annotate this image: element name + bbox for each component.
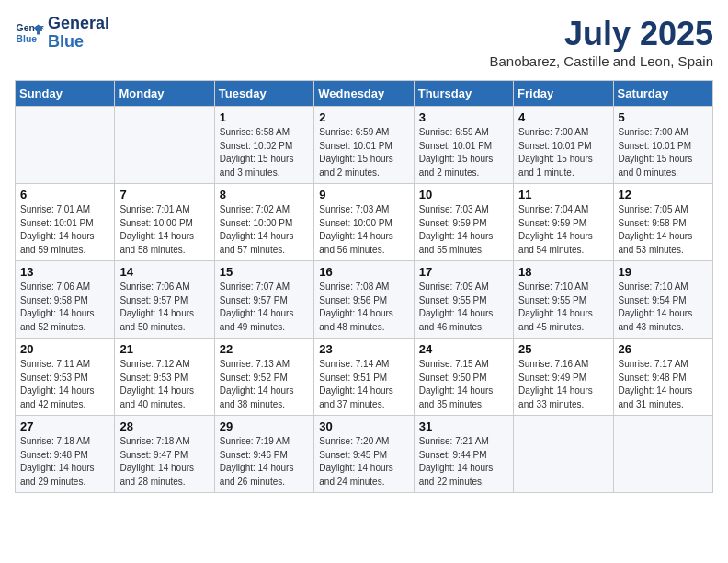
day-number: 17 xyxy=(419,265,508,279)
day-detail: Sunrise: 7:18 AMSunset: 9:48 PMDaylight:… xyxy=(20,435,109,488)
day-number: 11 xyxy=(518,188,608,201)
calendar-cell: 21Sunrise: 7:12 AMSunset: 9:53 PMDayligh… xyxy=(115,339,214,416)
day-number: 21 xyxy=(119,342,209,356)
day-detail: Sunrise: 7:18 AMSunset: 9:47 PMDaylight:… xyxy=(119,435,209,488)
day-number: 19 xyxy=(619,265,708,279)
day-detail: Sunrise: 7:20 AMSunset: 9:45 PMDaylight:… xyxy=(319,435,408,488)
day-number: 15 xyxy=(220,265,309,279)
week-row-1: 1Sunrise: 6:58 AMSunset: 10:02 PMDayligh… xyxy=(16,107,713,184)
day-header-tuesday: Tuesday xyxy=(214,81,313,107)
calendar-cell: 27Sunrise: 7:18 AMSunset: 9:48 PMDayligh… xyxy=(16,416,115,493)
day-number: 18 xyxy=(518,265,608,279)
calendar-cell: 26Sunrise: 7:17 AMSunset: 9:48 PMDayligh… xyxy=(613,339,712,416)
day-number: 25 xyxy=(518,342,608,356)
day-number: 4 xyxy=(518,110,608,124)
day-number: 9 xyxy=(319,188,408,201)
day-detail: Sunrise: 7:03 AMSunset: 10:00 PMDaylight… xyxy=(319,203,408,257)
calendar-cell: 31Sunrise: 7:21 AMSunset: 9:44 PMDayligh… xyxy=(414,416,513,493)
calendar-cell: 10Sunrise: 7:03 AMSunset: 9:59 PMDayligh… xyxy=(414,184,513,261)
calendar-cell: 11Sunrise: 7:04 AMSunset: 9:59 PMDayligh… xyxy=(514,184,613,261)
calendar-cell: 22Sunrise: 7:13 AMSunset: 9:52 PMDayligh… xyxy=(214,339,313,416)
day-number: 1 xyxy=(220,110,309,124)
week-row-4: 20Sunrise: 7:11 AMSunset: 9:53 PMDayligh… xyxy=(16,339,713,416)
day-detail: Sunrise: 7:19 AMSunset: 9:46 PMDaylight:… xyxy=(220,435,309,488)
day-detail: Sunrise: 7:09 AMSunset: 9:55 PMDaylight:… xyxy=(419,281,508,334)
week-row-2: 6Sunrise: 7:01 AMSunset: 10:01 PMDayligh… xyxy=(16,184,713,261)
calendar-cell: 1Sunrise: 6:58 AMSunset: 10:02 PMDayligh… xyxy=(214,107,313,184)
day-number: 26 xyxy=(619,342,708,356)
logo-text-line2: Blue xyxy=(48,33,109,52)
day-number: 27 xyxy=(20,419,109,433)
calendar-cell: 5Sunrise: 7:00 AMSunset: 10:01 PMDayligh… xyxy=(613,107,712,184)
calendar-cell: 6Sunrise: 7:01 AMSunset: 10:01 PMDayligh… xyxy=(16,184,115,261)
calendar-cell: 28Sunrise: 7:18 AMSunset: 9:47 PMDayligh… xyxy=(115,416,214,493)
day-number: 16 xyxy=(319,265,408,279)
day-detail: Sunrise: 7:05 AMSunset: 9:58 PMDaylight:… xyxy=(619,203,708,257)
calendar-cell: 8Sunrise: 7:02 AMSunset: 10:00 PMDayligh… xyxy=(214,184,313,261)
day-number: 30 xyxy=(319,419,408,433)
calendar-cell: 30Sunrise: 7:20 AMSunset: 9:45 PMDayligh… xyxy=(314,416,414,493)
day-detail: Sunrise: 7:16 AMSunset: 9:49 PMDaylight:… xyxy=(518,358,608,411)
calendar-cell: 19Sunrise: 7:10 AMSunset: 9:54 PMDayligh… xyxy=(613,261,712,339)
calendar-cell: 18Sunrise: 7:10 AMSunset: 9:55 PMDayligh… xyxy=(514,261,613,339)
day-header-saturday: Saturday xyxy=(613,81,712,107)
day-number: 2 xyxy=(319,110,408,124)
calendar-cell: 4Sunrise: 7:00 AMSunset: 10:01 PMDayligh… xyxy=(514,107,613,184)
page-header: General Blue General Blue July 2025 Bano… xyxy=(15,15,713,69)
calendar-cell xyxy=(514,416,613,493)
day-detail: Sunrise: 7:17 AMSunset: 9:48 PMDaylight:… xyxy=(619,358,708,411)
day-detail: Sunrise: 7:12 AMSunset: 9:53 PMDaylight:… xyxy=(119,358,209,411)
week-row-5: 27Sunrise: 7:18 AMSunset: 9:48 PMDayligh… xyxy=(16,416,713,493)
day-detail: Sunrise: 7:10 AMSunset: 9:54 PMDaylight:… xyxy=(619,281,708,334)
calendar-cell: 17Sunrise: 7:09 AMSunset: 9:55 PMDayligh… xyxy=(414,261,513,339)
day-detail: Sunrise: 7:06 AMSunset: 9:57 PMDaylight:… xyxy=(119,281,209,334)
calendar-cell: 16Sunrise: 7:08 AMSunset: 9:56 PMDayligh… xyxy=(314,261,414,339)
day-number: 28 xyxy=(119,419,209,433)
day-detail: Sunrise: 7:15 AMSunset: 9:50 PMDaylight:… xyxy=(419,358,508,411)
day-number: 10 xyxy=(419,188,508,201)
logo: General Blue General Blue xyxy=(15,15,109,52)
day-number: 31 xyxy=(419,419,508,433)
calendar-table: SundayMondayTuesdayWednesdayThursdayFrid… xyxy=(15,80,713,493)
calendar-cell xyxy=(115,107,214,184)
location-title: Banobarez, Castille and Leon, Spain xyxy=(489,53,713,69)
logo-text-line1: General xyxy=(48,15,109,33)
day-detail: Sunrise: 6:59 AMSunset: 10:01 PMDaylight… xyxy=(319,126,408,179)
day-number: 23 xyxy=(319,342,408,356)
day-number: 20 xyxy=(20,342,109,356)
day-number: 7 xyxy=(119,188,209,201)
day-number: 3 xyxy=(419,110,508,124)
calendar-cell: 13Sunrise: 7:06 AMSunset: 9:58 PMDayligh… xyxy=(16,261,115,339)
day-number: 14 xyxy=(119,265,209,279)
day-detail: Sunrise: 7:00 AMSunset: 10:01 PMDaylight… xyxy=(619,126,708,179)
day-header-monday: Monday xyxy=(115,81,214,107)
day-detail: Sunrise: 7:14 AMSunset: 9:51 PMDaylight:… xyxy=(319,358,408,411)
day-detail: Sunrise: 7:07 AMSunset: 9:57 PMDaylight:… xyxy=(220,281,309,334)
calendar-cell: 23Sunrise: 7:14 AMSunset: 9:51 PMDayligh… xyxy=(314,339,414,416)
calendar-cell: 2Sunrise: 6:59 AMSunset: 10:01 PMDayligh… xyxy=(314,107,414,184)
calendar-cell: 29Sunrise: 7:19 AMSunset: 9:46 PMDayligh… xyxy=(214,416,313,493)
calendar-cell: 12Sunrise: 7:05 AMSunset: 9:58 PMDayligh… xyxy=(613,184,712,261)
logo-icon: General Blue xyxy=(15,18,44,48)
day-number: 6 xyxy=(20,188,109,201)
calendar-cell: 14Sunrise: 7:06 AMSunset: 9:57 PMDayligh… xyxy=(115,261,214,339)
title-block: July 2025 Banobarez, Castille and Leon, … xyxy=(489,15,713,69)
calendar-cell: 24Sunrise: 7:15 AMSunset: 9:50 PMDayligh… xyxy=(414,339,513,416)
day-detail: Sunrise: 7:04 AMSunset: 9:59 PMDaylight:… xyxy=(518,203,608,257)
day-header-wednesday: Wednesday xyxy=(314,81,414,107)
day-detail: Sunrise: 7:10 AMSunset: 9:55 PMDaylight:… xyxy=(518,281,608,334)
day-detail: Sunrise: 7:13 AMSunset: 9:52 PMDaylight:… xyxy=(220,358,309,411)
day-number: 12 xyxy=(619,188,708,201)
calendar-header-row: SundayMondayTuesdayWednesdayThursdayFrid… xyxy=(16,81,713,107)
calendar-cell: 7Sunrise: 7:01 AMSunset: 10:00 PMDayligh… xyxy=(115,184,214,261)
day-detail: Sunrise: 6:58 AMSunset: 10:02 PMDaylight… xyxy=(220,126,309,179)
calendar-cell: 9Sunrise: 7:03 AMSunset: 10:00 PMDayligh… xyxy=(314,184,414,261)
calendar-cell: 20Sunrise: 7:11 AMSunset: 9:53 PMDayligh… xyxy=(16,339,115,416)
calendar-cell xyxy=(16,107,115,184)
calendar-cell: 15Sunrise: 7:07 AMSunset: 9:57 PMDayligh… xyxy=(214,261,313,339)
month-title: July 2025 xyxy=(489,15,713,53)
day-detail: Sunrise: 7:11 AMSunset: 9:53 PMDaylight:… xyxy=(20,358,109,411)
day-header-sunday: Sunday xyxy=(16,81,115,107)
day-detail: Sunrise: 7:08 AMSunset: 9:56 PMDaylight:… xyxy=(319,281,408,334)
day-detail: Sunrise: 6:59 AMSunset: 10:01 PMDaylight… xyxy=(419,126,508,179)
